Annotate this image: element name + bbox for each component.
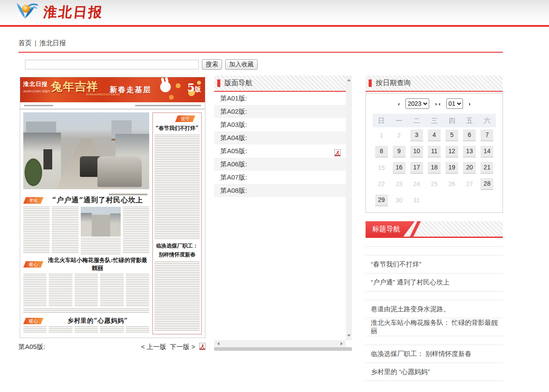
prev-month-arrow[interactable]: ‹ — [439, 101, 441, 107]
title-nav-item-label: “春节我们不打烊” — [371, 260, 421, 269]
day-cell: 14 — [478, 144, 496, 160]
calendar-weekday-row: 日一二三四五六 — [373, 114, 496, 127]
newspaper-preview[interactable]: 淮北日报 2023年1月28日 星期六 兔年吉祥 XINCHUNZOUJICEN… — [20, 77, 205, 338]
weekday-label: 二 — [408, 114, 425, 127]
day-29[interactable]: 29 — [375, 194, 388, 206]
scroll-right-icon[interactable] — [341, 342, 343, 345]
pdf-icon[interactable] — [334, 147, 341, 155]
search-button[interactable]: 搜索 — [202, 59, 222, 70]
day-28[interactable]: 28 — [481, 178, 493, 190]
day-13[interactable]: 13 — [463, 146, 476, 158]
panel-bottom-bar — [214, 347, 352, 351]
paper-page-number-value: 5 — [187, 81, 195, 94]
page-nav-item[interactable]: 第A07版: — [214, 171, 346, 184]
scroll-up-icon[interactable] — [347, 79, 351, 81]
day-22: 22 — [375, 179, 388, 190]
page-nav-item-label: 第A04版: — [220, 134, 247, 141]
horizontal-scrollbar[interactable] — [214, 340, 346, 347]
title-nav-item[interactable]: 巷道由泥土路变身水泥路。 — [366, 300, 503, 318]
day-14[interactable]: 14 — [481, 146, 493, 158]
day-15: 15 — [375, 162, 388, 173]
day-20[interactable]: 20 — [463, 162, 476, 174]
day-5[interactable]: 5 — [445, 129, 458, 141]
day-10[interactable]: 10 — [410, 146, 423, 158]
prev-page-link[interactable]: < 上一版 — [141, 343, 166, 351]
day-3[interactable]: 3 — [410, 129, 423, 141]
site-logo[interactable]: 淮北日报 — [15, 1, 103, 23]
next-year-arrow[interactable]: › — [435, 101, 437, 107]
title-nav-item[interactable]: 乡村里的 “心愿妈妈” — [366, 363, 503, 381]
paper-side-column: 坚守 “春节我们不打烊” 临涣选煤厂职工： 别样情怀度新春 — [152, 112, 202, 334]
title-nav-item[interactable]: “户户通” 通到了村民心坎上 — [366, 273, 503, 291]
day-19[interactable]: 19 — [445, 162, 458, 174]
current-page-label: 第A05版: — [18, 343, 45, 351]
day-11[interactable]: 11 — [428, 146, 441, 158]
day-6[interactable]: 6 — [463, 129, 476, 141]
day-12[interactable]: 12 — [445, 146, 458, 158]
year-select[interactable]: 2023 — [405, 98, 429, 109]
title-nav-item — [366, 247, 503, 255]
title-nav-item-label: 淮北火车站小梅花服务队： 忙碌的背影最靓丽 — [371, 319, 503, 335]
calendar: ‹ 2023 › ‹ 01 › 日一二三四五六 1234567891011121… — [366, 93, 503, 213]
day-cell: 31 — [408, 192, 425, 209]
day-cell: 10 — [408, 144, 425, 160]
paper-banner: 淮北日报 2023年1月28日 星期六 兔年吉祥 XINCHUNZOUJICEN… — [20, 77, 205, 102]
page-nav-panel: 版面导航 第A01版:第A02版:第A03版:第A04版:第A05版:第A06版… — [214, 76, 352, 351]
day-8[interactable]: 8 — [375, 146, 388, 158]
paper-column-title: 新春走基层 — [110, 85, 151, 95]
page-nav-item[interactable]: 第A04版: — [214, 131, 346, 144]
breadcrumb-home-link[interactable]: 首页 — [18, 39, 32, 47]
day-26: 26 — [445, 179, 458, 190]
page-nav-item[interactable]: 第A02版: — [214, 105, 346, 118]
page-nav-item-label: 第A08版: — [220, 187, 247, 194]
day-cell: 16 — [390, 160, 408, 176]
day-cell: 4 — [425, 127, 443, 144]
page-nav-item[interactable]: 第A01版: — [214, 92, 346, 105]
weekday-label: 五 — [461, 114, 478, 127]
title-nav-item[interactable]: “春节我们不打烊” — [366, 255, 503, 273]
paper-page-number-suffix: 版 — [195, 86, 201, 93]
scroll-left-icon[interactable] — [217, 342, 219, 345]
title-nav-item[interactable]: 临涣选煤厂职工： 别样情怀度新春 — [366, 345, 503, 363]
breadcrumb-current-link[interactable]: 淮北日报 — [39, 39, 66, 47]
next-month-arrow[interactable]: › — [469, 101, 470, 107]
page-nav-item[interactable]: 第A03版: — [214, 118, 346, 131]
scroll-down-icon[interactable] — [347, 334, 351, 337]
month-select[interactable]: 01 — [446, 98, 463, 109]
day-cell: 24 — [408, 176, 425, 192]
page-nav-item[interactable]: 第A05版: — [214, 144, 346, 158]
day-25: 25 — [428, 179, 441, 190]
day-17[interactable]: 17 — [410, 162, 423, 174]
day-cell: 12 — [443, 144, 461, 160]
day-7[interactable]: 7 — [481, 129, 493, 141]
day-cell: 29 — [373, 192, 390, 209]
title-nav-list: “春节我们不打烊”“户户通” 通到了村民心坎上巷道由泥土路变身水泥路。淮北火车站… — [366, 238, 503, 381]
photo-car-silver — [97, 156, 141, 187]
section-xinyuan-header: 暖心 乡村里的“心愿妈妈” — [23, 317, 149, 325]
badge-bianhua: 变化 — [23, 197, 43, 204]
day-21[interactable]: 21 — [481, 162, 493, 174]
vertical-scrollbar[interactable] — [346, 76, 352, 340]
title-nav-item — [366, 336, 503, 345]
street-photo — [23, 112, 149, 189]
day-cell: 17 — [408, 160, 425, 176]
red-bar-icon — [217, 79, 220, 87]
add-favorite-button[interactable]: 加入收藏 — [225, 59, 258, 70]
paper-page-number: 5版 — [187, 81, 201, 94]
day-9[interactable]: 9 — [393, 146, 405, 158]
day-4[interactable]: 4 — [428, 129, 441, 141]
search-input[interactable] — [25, 60, 199, 69]
prev-year-arrow[interactable]: ‹ — [398, 101, 400, 107]
calendar-header: 按日期查询 — [366, 76, 503, 92]
day-16[interactable]: 16 — [393, 162, 405, 174]
pdf-icon[interactable] — [199, 343, 205, 350]
day-18[interactable]: 18 — [428, 162, 441, 174]
paper-festival-title: 兔年吉祥 — [51, 79, 98, 94]
day-cell: 11 — [425, 144, 443, 160]
day-cell: 7 — [478, 127, 496, 144]
next-page-link[interactable]: 下一版 > — [170, 343, 195, 351]
page-nav-item[interactable]: 第A08版: — [214, 184, 346, 197]
page-nav-item[interactable]: 第A06版: — [214, 158, 346, 171]
article-columns-3 — [23, 327, 149, 334]
title-nav-item[interactable]: 淮北火车站小梅花服务队： 忙碌的背影最靓丽 — [366, 318, 503, 336]
